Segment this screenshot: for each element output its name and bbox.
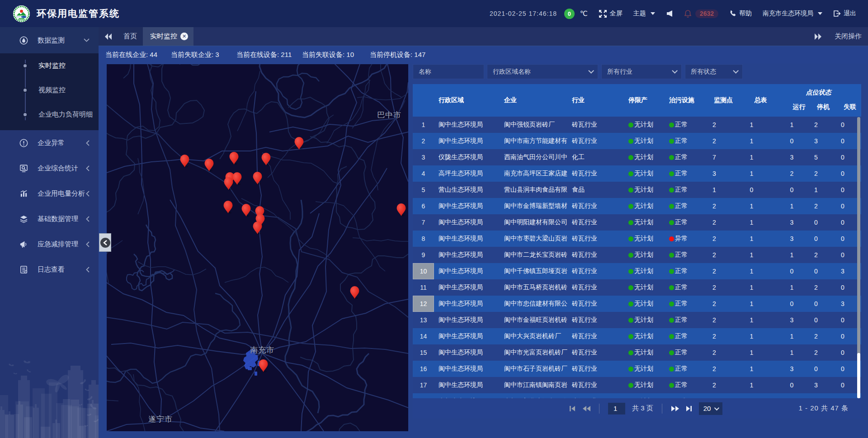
map-pin[interactable] bbox=[179, 154, 190, 168]
map-collapse-handle[interactable] bbox=[99, 233, 111, 252]
map-pin[interactable] bbox=[252, 221, 263, 235]
sidebar-item-video-monitoring[interactable]: 视频监控 bbox=[0, 78, 99, 102]
table-scrollbar[interactable] bbox=[857, 117, 860, 398]
map-pin[interactable] bbox=[294, 137, 304, 150]
sidebar-item-data-monitoring[interactable]: 数据监测 bbox=[0, 27, 99, 53]
cell-running: 3 bbox=[780, 214, 804, 231]
col-header-monitor-points[interactable]: 监测点 bbox=[705, 84, 741, 117]
map-pin[interactable] bbox=[261, 152, 271, 166]
col-header-disconnected[interactable]: 失联 bbox=[835, 100, 861, 114]
area-filter-select[interactable]: 行政区域名称 bbox=[487, 64, 598, 79]
data-monitoring-icon bbox=[19, 36, 28, 45]
map-pin[interactable] bbox=[241, 203, 251, 217]
cell-stopped: 3 bbox=[804, 133, 828, 149]
cell-disconnected: 0 bbox=[828, 198, 857, 214]
map-pin[interactable] bbox=[232, 172, 242, 185]
map-city-label: 南充市 bbox=[250, 345, 274, 355]
close-operations-button[interactable]: 关闭操作 bbox=[835, 32, 862, 41]
col-header-production-limit[interactable]: 停限产 bbox=[624, 84, 665, 117]
map-pin[interactable] bbox=[349, 286, 360, 299]
row-number: 14 bbox=[413, 328, 434, 344]
sidebar-item-enterprise-statistics[interactable]: 企业综合统计 bbox=[0, 155, 99, 181]
table-row[interactable]: 9阆中生态环境局阆中市二龙长宝页岩砖砖瓦行业无计划正常21120 bbox=[413, 247, 861, 263]
sidebar-item-logs[interactable]: 日志查看 bbox=[0, 257, 99, 282]
map-pin[interactable] bbox=[258, 359, 269, 372]
industry-filter-select[interactable]: 所有行业 bbox=[601, 64, 682, 79]
col-header-total-meter[interactable]: 总表 bbox=[741, 84, 780, 117]
table-row[interactable]: 17阆中生态环境局阆中市江南镇阆南页岩砖瓦行业无计划正常21030 bbox=[413, 377, 861, 393]
pagination-bar: 共 3 页 20 1 - 20 共 47 条 bbox=[413, 398, 861, 419]
notifications[interactable]: 2632 bbox=[684, 9, 718, 18]
col-header-enterprise[interactable]: 企业 bbox=[500, 84, 567, 117]
cell-monitor-points: 2 bbox=[696, 328, 732, 344]
page-number-input[interactable] bbox=[608, 403, 625, 414]
cell-total-meter: 1 bbox=[732, 296, 771, 312]
table-row[interactable]: 11阆中生态环境局阆中市五马桥页岩机砖砖瓦行业无计划正常21120 bbox=[413, 279, 861, 296]
cell-stopped: 3 bbox=[804, 377, 828, 393]
table-row[interactable]: 4高坪生态环境局南充市高坪区王家店建砖瓦行业无计划正常31220 bbox=[413, 165, 861, 182]
status-dot-icon bbox=[628, 139, 633, 144]
tab-close-icon[interactable]: ✕ bbox=[180, 33, 188, 40]
theme-dropdown[interactable]: 主题 bbox=[633, 9, 655, 18]
sidebar-item-power-load-detail[interactable]: 企业电力负荷明细 bbox=[0, 102, 99, 127]
col-header-pollution-facility[interactable]: 治污设施 bbox=[665, 84, 705, 117]
name-filter-input[interactable]: 名称 bbox=[413, 64, 484, 79]
cell-total-meter: 1 bbox=[732, 165, 771, 182]
table-row[interactable]: 16阆中生态环境局阆中市石子页岩机砖厂砖瓦行业无计划正常21300 bbox=[413, 361, 861, 377]
cell-area: 阆中生态环境局 bbox=[434, 263, 500, 279]
scrollbar-thumb[interactable] bbox=[857, 353, 860, 398]
map-pin[interactable] bbox=[204, 158, 214, 172]
map-pin[interactable] bbox=[223, 200, 233, 214]
cell-disconnected: 0 bbox=[828, 361, 857, 377]
table-row[interactable]: 6阆中生态环境局阆中市金博瑞新型墙材砖瓦行业无计划正常21120 bbox=[413, 198, 861, 214]
help-button[interactable]: 帮助 bbox=[729, 9, 752, 18]
org-dropdown[interactable]: 南充市生态环境局 bbox=[763, 9, 822, 18]
table-row[interactable]: 3仪陇生态环境局西南油气田分公司川中化工无计划正常71350 bbox=[413, 149, 861, 165]
prev-page-button[interactable] bbox=[582, 405, 590, 412]
page-size-select[interactable]: 20 bbox=[699, 402, 723, 415]
col-header-area[interactable]: 行政区域 bbox=[434, 84, 500, 117]
status-filter-select[interactable]: 所有状态 bbox=[685, 64, 743, 79]
table-row[interactable]: 10阆中生态环境局阆中千佛镇五郎垭页岩砖瓦行业无计划正常21003 bbox=[413, 263, 861, 279]
last-page-button[interactable] bbox=[686, 405, 692, 412]
logout-button[interactable]: 退出 bbox=[833, 9, 856, 18]
sidebar-item-enterprise-abnormal[interactable]: 企业异常 bbox=[0, 130, 99, 155]
next-page-button[interactable] bbox=[671, 405, 679, 412]
tab-realtime-monitoring[interactable]: 实时监控 ✕ bbox=[143, 27, 193, 46]
col-header-stopped[interactable]: 停机 bbox=[811, 100, 835, 114]
col-header-industry[interactable]: 行业 bbox=[567, 84, 624, 117]
first-page-button[interactable] bbox=[569, 405, 576, 412]
table-row[interactable]: 7阆中生态环境局阆中明阳建材有限公司砖瓦行业无计划正常21300 bbox=[413, 214, 861, 231]
sidebar-item-realtime-monitoring[interactable]: 实时监控 bbox=[0, 53, 99, 78]
temperature: 0 ℃ bbox=[564, 9, 588, 19]
table-row[interactable]: 14阆中生态环境局阆中大兴页岩机砖厂砖瓦行业无计划正常21120 bbox=[413, 328, 861, 344]
cell-monitor-points: 3 bbox=[696, 165, 732, 182]
mute-button[interactable] bbox=[666, 10, 673, 17]
table-row[interactable]: 1阆中生态环境局阆中强锐页岩砖厂砖瓦行业无计划正常21120 bbox=[413, 117, 861, 133]
pager-divider bbox=[662, 404, 662, 414]
sidebar-item-base-data[interactable]: 基础数据管理 bbox=[0, 206, 99, 231]
table-row[interactable]: 5营山生态环境局营山县润丰肉食品有限食品无计划正常10010 bbox=[413, 182, 861, 198]
tabs-scroll-left-button[interactable] bbox=[99, 27, 118, 46]
cell-total-meter: 1 bbox=[732, 247, 771, 263]
double-chevron-right-icon[interactable] bbox=[814, 33, 822, 40]
table-row[interactable]: 8阆中生态环境局阆中市枣碧大梁山页岩砖瓦行业无计划异常21300 bbox=[413, 231, 861, 247]
chevron-down-icon bbox=[672, 68, 678, 74]
tab-home[interactable]: 首页 bbox=[118, 27, 143, 46]
col-header-running[interactable]: 运行 bbox=[787, 100, 811, 114]
map-panel[interactable]: 巴中市南充市遂宁市 bbox=[107, 64, 408, 431]
stat-stopped-devices: 当前停机设备: 147 bbox=[370, 51, 435, 59]
map-pin[interactable] bbox=[229, 151, 239, 165]
fullscreen-button[interactable]: 全屏 bbox=[599, 9, 623, 18]
sidebar-item-power-analysis[interactable]: 企业用电量分析 bbox=[0, 181, 99, 206]
table-row[interactable]: 18南部生态环境局南部县新华水泥有限公水泥行业无计划正常60060 bbox=[413, 393, 861, 398]
map-pin[interactable] bbox=[396, 203, 406, 217]
logout-icon bbox=[833, 10, 841, 17]
cell-running: 0 bbox=[780, 393, 804, 398]
table-row[interactable]: 2阆中生态环境局阆中市南方节能建材有砖瓦行业无计划正常21030 bbox=[413, 133, 861, 149]
table-row[interactable]: 13阆中生态环境局阆中市金福旺页岩机砖砖瓦行业无计划正常21300 bbox=[413, 312, 861, 328]
map-pin[interactable] bbox=[252, 171, 263, 185]
table-row[interactable]: 15阆中生态环境局阆中市光富页岩机砖厂砖瓦行业无计划正常21120 bbox=[413, 344, 861, 361]
table-row[interactable]: 12阆中生态环境局阆中市忠信建材有限公砖瓦行业无计划正常21003 bbox=[413, 296, 861, 312]
sidebar-item-emergency-reduction[interactable]: 应急减排管理 bbox=[0, 231, 99, 257]
